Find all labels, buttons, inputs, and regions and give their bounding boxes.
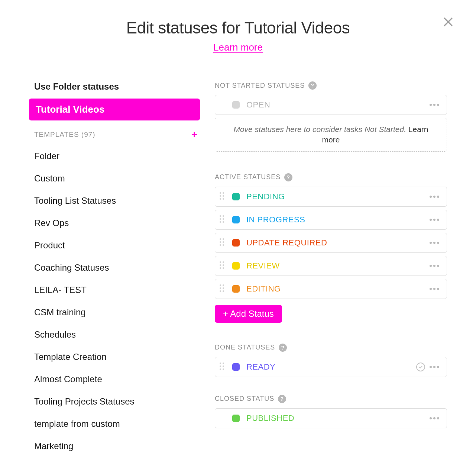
dropzone-text: Move statuses here to consider tasks Not…	[233, 125, 408, 133]
not-started-section-header: NOT STARTED STATUSES ?	[215, 81, 447, 90]
status-name-label[interactable]: PUBLISHED	[246, 413, 430, 423]
not-started-dropzone[interactable]: Move statuses here to consider tasks Not…	[215, 118, 447, 152]
status-name-label[interactable]: IN PROGRESS	[246, 215, 430, 225]
template-item[interactable]: Product	[29, 234, 200, 257]
add-template-icon[interactable]: +	[191, 129, 198, 140]
templates-count-label: TEMPLATES (97)	[34, 131, 95, 139]
template-item[interactable]: LEILA- TEST	[29, 279, 200, 301]
more-options-icon[interactable]	[430, 417, 439, 419]
status-color-swatch[interactable]	[232, 262, 240, 270]
template-item[interactable]: Template Creation	[29, 346, 200, 368]
template-item[interactable]: Almost Complete	[29, 368, 200, 390]
more-options-icon[interactable]	[430, 196, 439, 198]
status-row[interactable]: EDITING	[215, 279, 447, 299]
use-folder-statuses-label[interactable]: Use Folder statuses	[29, 81, 200, 99]
more-options-icon[interactable]	[430, 288, 439, 290]
selected-folder[interactable]: Tutorial Videos	[29, 99, 200, 120]
status-row[interactable]: UPDATE REQUIRED	[215, 233, 447, 253]
status-row[interactable]: REVIEW	[215, 256, 447, 276]
drag-handle-icon[interactable]	[220, 284, 226, 293]
template-item[interactable]: template from custom	[29, 413, 200, 435]
statuses-pane: NOT STARTED STATUSES ? OPEN Move statuse…	[215, 81, 447, 457]
status-name-label[interactable]: EDITING	[246, 284, 430, 294]
help-icon[interactable]: ?	[278, 395, 286, 403]
status-color-swatch[interactable]	[232, 415, 240, 422]
more-options-icon[interactable]	[430, 219, 439, 221]
section-title: NOT STARTED STATUSES	[215, 82, 305, 90]
modal-header: Edit statuses for Tutorial Videos Learn …	[22, 19, 454, 53]
template-item[interactable]: Tooling List Statuses	[29, 190, 200, 212]
help-icon[interactable]: ?	[284, 173, 292, 181]
template-sidebar: Use Folder statuses Tutorial Videos TEMP…	[29, 81, 200, 457]
status-name-label[interactable]: UPDATE REQUIRED	[246, 238, 430, 248]
template-item[interactable]: Folder	[29, 145, 200, 167]
status-name-label[interactable]: PENDING	[246, 192, 430, 202]
status-row[interactable]: PENDING	[215, 187, 447, 207]
drag-handle-icon[interactable]	[220, 238, 226, 247]
status-row[interactable]: IN PROGRESS	[215, 210, 447, 230]
status-name-label[interactable]: OPEN	[246, 100, 430, 110]
edit-statuses-modal: Edit statuses for Tutorial Videos Learn …	[0, 0, 476, 467]
status-row[interactable]: READY	[215, 357, 447, 377]
more-options-icon[interactable]	[430, 366, 439, 368]
drag-handle-icon[interactable]	[220, 261, 226, 270]
drag-handle-icon[interactable]	[220, 363, 226, 371]
template-item[interactable]: CSM training	[29, 301, 200, 323]
active-section-header: ACTIVE STATUSES ?	[215, 173, 447, 181]
template-item[interactable]: Schedules	[29, 323, 200, 346]
template-item[interactable]: Coaching Statuses	[29, 257, 200, 279]
status-name-label[interactable]: REVIEW	[246, 261, 430, 271]
help-icon[interactable]: ?	[279, 344, 287, 352]
more-options-icon[interactable]	[430, 242, 439, 244]
status-row[interactable]: OPEN	[215, 95, 447, 115]
more-options-icon[interactable]	[430, 265, 439, 267]
add-status-button[interactable]: + Add Status	[215, 305, 282, 323]
drag-handle-icon[interactable]	[220, 192, 226, 201]
status-color-swatch[interactable]	[232, 363, 240, 371]
template-item[interactable]: Custom	[29, 167, 200, 190]
modal-title: Edit statuses for Tutorial Videos	[22, 19, 454, 37]
status-color-swatch[interactable]	[232, 216, 240, 223]
done-section-header: DONE STATUSES ?	[215, 344, 447, 352]
more-options-icon[interactable]	[430, 104, 439, 106]
status-color-swatch[interactable]	[232, 101, 240, 109]
closed-section-header: CLOSED STATUS ?	[215, 395, 447, 403]
template-item[interactable]: Rev Ops	[29, 212, 200, 234]
status-color-swatch[interactable]	[232, 239, 240, 247]
section-title: CLOSED STATUS	[215, 395, 274, 403]
learn-more-link[interactable]: Learn more	[213, 42, 263, 53]
status-color-swatch[interactable]	[232, 193, 240, 200]
section-title: DONE STATUSES	[215, 344, 275, 351]
checkmark-icon[interactable]	[416, 363, 425, 371]
help-icon[interactable]: ?	[308, 81, 317, 90]
status-row[interactable]: PUBLISHED	[215, 408, 447, 428]
status-name-label[interactable]: READY	[246, 362, 416, 372]
status-color-swatch[interactable]	[232, 285, 240, 293]
template-item[interactable]: Tooling Projects Statuses	[29, 390, 200, 413]
drag-handle-icon[interactable]	[220, 215, 226, 224]
section-title: ACTIVE STATUSES	[215, 173, 281, 181]
templates-section-header: TEMPLATES (97) +	[29, 124, 200, 145]
template-item[interactable]: Marketing	[29, 435, 200, 457]
close-icon[interactable]	[442, 16, 454, 28]
